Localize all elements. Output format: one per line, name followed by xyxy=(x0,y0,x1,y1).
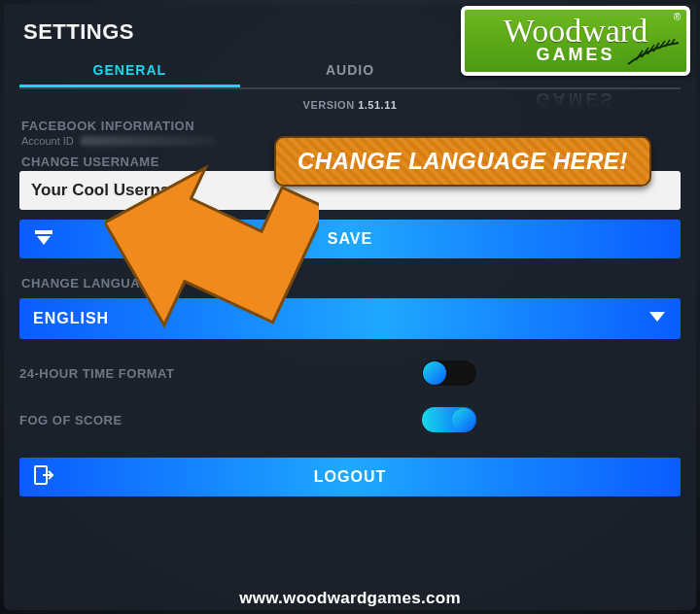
fern-icon xyxy=(622,39,681,68)
save-label: SAVE xyxy=(328,230,372,248)
fog-label: FOG OF SCORE xyxy=(19,413,122,427)
annotation-banner: CHANGE LANGUAGE HERE! xyxy=(274,136,651,187)
logout-icon xyxy=(33,464,54,490)
time-format-toggle[interactable] xyxy=(422,360,476,386)
time-format-label: 24-HOUR TIME FORMAT xyxy=(19,366,174,381)
time-format-row: 24-HOUR TIME FORMAT xyxy=(19,360,681,386)
language-selected: ENGLISH xyxy=(33,310,109,327)
version-value: 1.51.11 xyxy=(358,99,397,111)
chevron-down-icon xyxy=(648,310,667,327)
language-dropdown[interactable]: ENGLISH xyxy=(19,298,681,339)
woodward-games-logo: ® Woodward GAMES xyxy=(461,6,690,76)
account-id-value-redacted xyxy=(80,136,216,146)
fog-row: FOG OF SCORE xyxy=(19,407,681,432)
account-id-label: Account ID xyxy=(21,135,74,147)
facebook-heading: FACEBOOK INFORMATION xyxy=(21,119,681,133)
toggle-knob xyxy=(423,361,446,385)
footer-url: www.woodwardgames.com xyxy=(0,589,700,608)
settings-panel: SETTINGS GENERAL AUDIO GRAPHICS VERSION … xyxy=(4,4,696,610)
toggle-knob xyxy=(452,408,475,431)
fog-toggle[interactable] xyxy=(422,407,476,432)
logo-line2: GAMES xyxy=(536,45,614,65)
version-text: VERSION 1.51.11 xyxy=(19,99,681,111)
logout-label: LOGOUT xyxy=(314,468,386,486)
save-button[interactable]: SAVE xyxy=(19,220,681,258)
language-heading: CHANGE LANGUAGE xyxy=(21,276,681,290)
version-label: VERSION xyxy=(303,99,355,111)
tab-audio[interactable]: AUDIO xyxy=(240,52,461,87)
save-icon xyxy=(33,228,54,250)
logout-button[interactable]: LOGOUT xyxy=(19,458,681,496)
registered-mark: ® xyxy=(674,12,681,22)
tab-general[interactable]: GENERAL xyxy=(19,52,240,87)
